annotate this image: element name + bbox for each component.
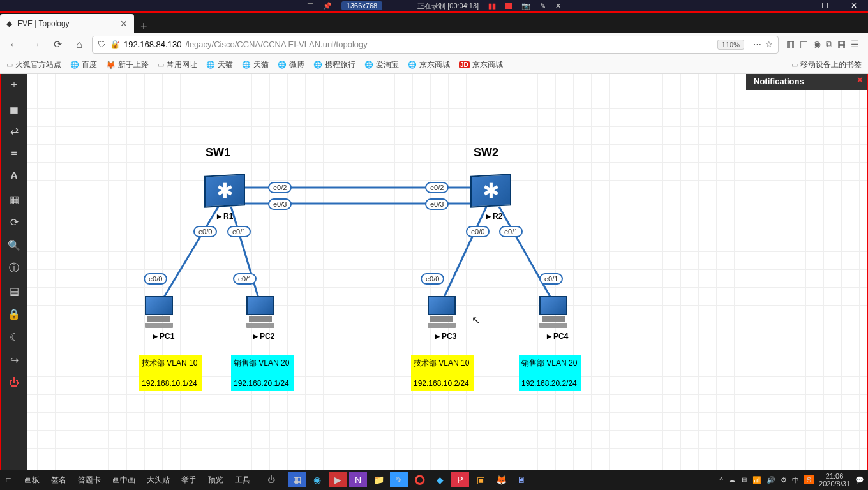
pictures-icon[interactable]: ▦ <box>1 188 27 211</box>
bookmark-item[interactable]: 🌐爱淘宝 <box>364 59 399 70</box>
notification-center-icon[interactable]: 💬 <box>855 476 864 484</box>
pc-node-pc4[interactable] <box>539 296 567 328</box>
app-icon[interactable]: 🖥 <box>513 472 530 487</box>
lock-icon[interactable]: 🔒 <box>1 302 27 325</box>
bookmark-item[interactable]: ▭火狐官方站点 <box>6 59 61 70</box>
app-icon[interactable]: ✎ <box>390 472 408 487</box>
logout-icon[interactable]: ↪ <box>1 348 27 371</box>
app-icon[interactable]: ◉ <box>308 472 326 487</box>
power-icon[interactable]: ⏻ <box>1 371 27 394</box>
app-icon[interactable]: ⭕ <box>410 472 428 487</box>
taskbar-item[interactable]: 举手 <box>181 475 197 486</box>
taskbar-item[interactable]: 工具 <box>235 475 250 486</box>
text-icon[interactable]: A <box>1 165 27 188</box>
app-icon[interactable]: N <box>349 472 367 487</box>
tray-icon[interactable]: 📶 <box>752 476 761 484</box>
expand-icon[interactable]: ⊏ <box>0 475 17 484</box>
bookmark-item[interactable]: 🦊新手上路 <box>106 59 149 70</box>
app-icon[interactable]: 📁 <box>370 472 387 487</box>
startup-icon[interactable]: ≡ <box>1 142 27 165</box>
search-icon[interactable]: 🔍 <box>1 234 27 256</box>
app-icon[interactable]: ▶ <box>329 472 347 487</box>
bookmark-star-icon[interactable]: ☆ <box>765 40 773 49</box>
library-icon[interactable]: ▥ <box>786 39 795 50</box>
pc-node-pc3[interactable] <box>428 296 456 328</box>
pin-icon[interactable]: 📌 <box>323 2 332 10</box>
tray-icon[interactable]: ⚙ <box>781 476 787 484</box>
vlan-note[interactable]: 销售部 VLAN 20192.168.20.2/24 <box>519 355 581 391</box>
edit-icon[interactable]: ✎ <box>540 2 546 10</box>
reload-button[interactable]: ⟳ <box>49 36 66 54</box>
tray-icon[interactable]: S <box>804 475 814 484</box>
tab-close-icon[interactable]: ✕ <box>120 19 128 29</box>
tray-ime[interactable]: 中 <box>792 475 799 485</box>
app-icon[interactable]: ▦ <box>288 472 306 487</box>
bookmark-item[interactable]: 🌐微博 <box>278 59 304 70</box>
zoom-badge[interactable]: 110% <box>717 40 744 50</box>
node-icon[interactable]: ▄ <box>1 96 27 119</box>
info-icon[interactable]: ⓘ <box>1 256 27 279</box>
topology-canvas[interactable]: SW1 R1 SW2 R2 e0/2 e0/3 e0/2 e0/3 e0/0 e… <box>27 73 867 470</box>
extensions-icon[interactable]: ▦ <box>837 39 846 50</box>
switch-node-sw2[interactable] <box>470 174 511 207</box>
bookmark-item[interactable]: 🌐天猫 <box>242 59 269 70</box>
clock[interactable]: 21:06 2020/8/31 <box>819 472 850 487</box>
notifications-panel[interactable]: Notifications ✕ <box>746 73 867 90</box>
dark-icon[interactable]: ☾ <box>1 325 27 348</box>
tray-icon[interactable]: 🖥 <box>740 476 747 484</box>
sidebar-icon[interactable]: ◫ <box>800 39 808 50</box>
more-icon[interactable]: ⋯ <box>753 40 761 49</box>
power-icon[interactable]: ⏻ <box>267 475 275 484</box>
bookmark-item[interactable]: 🌐京东商城 <box>408 59 450 70</box>
pc-node-pc2[interactable] <box>246 296 274 328</box>
vlan-note[interactable]: 技术部 VLAN 10192.168.10.1/24 <box>139 355 202 391</box>
pause-button[interactable]: ▮▮ <box>488 2 496 10</box>
app-icon[interactable]: P <box>451 472 469 487</box>
account-icon[interactable]: ◉ <box>813 39 821 50</box>
bookmark-item[interactable]: JD京东商城 <box>459 59 503 70</box>
refresh-icon[interactable]: ⟳ <box>1 211 27 234</box>
back-button[interactable]: ← <box>5 36 23 54</box>
switch-node-sw1[interactable] <box>204 174 245 207</box>
details-icon[interactable]: ▤ <box>1 279 27 302</box>
menu-icon[interactable]: ☰ <box>307 2 313 10</box>
bookmark-item[interactable]: 🌐携程旅行 <box>313 59 355 70</box>
address-bar[interactable]: 🛡 🔒̸ 192.168.84.130/legacy/Cisco/CCNA/CC… <box>92 36 779 54</box>
app-icon[interactable]: ▣ <box>472 472 490 487</box>
add-node-icon[interactable]: ＋ <box>1 73 27 96</box>
network-icon[interactable]: ⇄ <box>1 119 27 142</box>
camera-icon[interactable]: 📷 <box>521 2 530 10</box>
vlan-note[interactable]: 技术部 VLAN 10192.168.10.2/24 <box>411 355 474 391</box>
browser-tab[interactable]: ◆ EVE | Topology ✕ <box>0 14 134 33</box>
taskbar-item[interactable]: 画板 <box>24 475 40 486</box>
close-icon[interactable]: ✕ <box>857 75 864 85</box>
new-tab-button[interactable]: + <box>134 20 154 33</box>
taskbar-item[interactable]: 画中画 <box>112 475 135 486</box>
close-rec-icon[interactable]: ✕ <box>555 2 561 10</box>
close-button[interactable]: ✕ <box>839 0 868 11</box>
taskbar-item[interactable]: 大头贴 <box>147 475 170 486</box>
maximize-button[interactable]: ☐ <box>811 0 839 11</box>
tray-icon[interactable]: 🔊 <box>767 476 775 484</box>
minimize-button[interactable]: — <box>782 0 811 11</box>
home-button[interactable]: ⌂ <box>70 36 88 54</box>
mobile-bookmarks[interactable]: ▭移动设备上的书签 <box>791 59 862 70</box>
shield-icon[interactable]: 🛡 <box>98 40 106 49</box>
taskbar-item[interactable]: 预览 <box>208 475 223 486</box>
pc-node-pc1[interactable] <box>145 296 173 328</box>
bookmark-item[interactable]: ▭常用网址 <box>158 59 197 70</box>
screenshot-icon[interactable]: ⧉ <box>826 39 832 50</box>
app-icon[interactable]: 🦊 <box>492 472 510 487</box>
bookmark-item[interactable]: 🌐百度 <box>70 59 97 70</box>
tray-icon[interactable]: ☁ <box>728 476 735 484</box>
vlan-note[interactable]: 销售部 VLAN 20192.168.20.1/24 <box>231 355 294 391</box>
bookmark-item[interactable]: 🌐天猫 <box>206 59 233 70</box>
stop-button[interactable] <box>505 3 512 9</box>
lock-icon[interactable]: 🔒̸ <box>110 40 120 49</box>
forward-button[interactable]: → <box>27 36 45 54</box>
taskbar-item[interactable]: 签名 <box>51 475 66 486</box>
app-icon[interactable]: ◆ <box>431 472 449 487</box>
taskbar-item[interactable]: 答题卡 <box>78 475 101 486</box>
tray-icon[interactable]: ^ <box>720 476 723 484</box>
menu-icon[interactable]: ☰ <box>851 39 859 50</box>
